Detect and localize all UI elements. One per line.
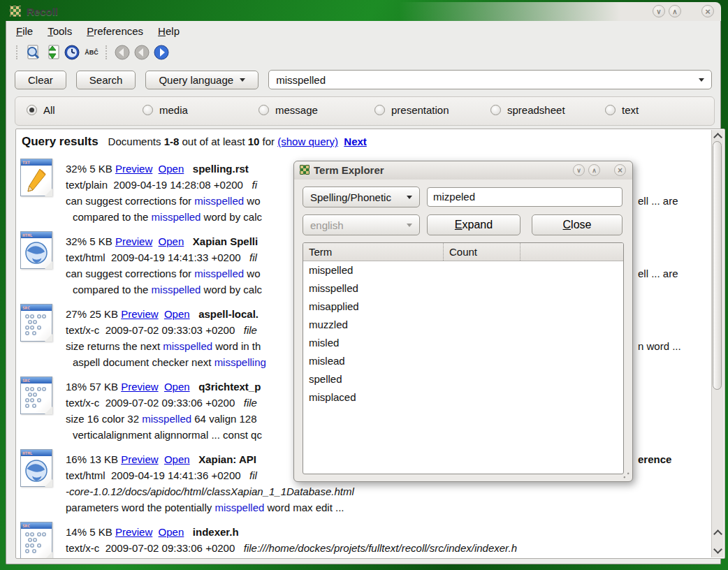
- result-head-line: 32% 5 KB Preview Open Xapian Spelli: [66, 233, 300, 249]
- main-titlebar[interactable]: Recoll ∨ ∧ ×: [6, 2, 721, 21]
- category-radio-media[interactable]: media: [143, 104, 188, 116]
- doc-type-badge: SRC: [21, 377, 52, 383]
- search-input-value: misspelled: [276, 74, 326, 86]
- term-row[interactable]: misapplied: [303, 298, 623, 316]
- open-link[interactable]: Open: [164, 308, 190, 320]
- scroll-up-icon-bottom[interactable]: [713, 527, 722, 538]
- text-segment: can suggest corrections for: [66, 268, 194, 279]
- clear-button[interactable]: Clear: [15, 71, 66, 89]
- menu-tools[interactable]: Tools: [48, 25, 72, 37]
- source-doc-icon[interactable]: SRC: [20, 304, 52, 342]
- close-icon[interactable]: ×: [614, 164, 626, 176]
- source-code-glyph: [24, 386, 49, 411]
- source-doc-icon[interactable]: SRC: [20, 522, 52, 559]
- term-explorer-titlebar[interactable]: Term Explorer ∨ ∧ ×: [294, 161, 632, 180]
- pencil-glyph: [25, 168, 48, 193]
- preview-link[interactable]: Preview: [115, 235, 152, 247]
- html-doc-icon[interactable]: HTML: [20, 449, 52, 487]
- open-link[interactable]: Open: [164, 381, 190, 393]
- menu-preferences[interactable]: Preferences: [87, 25, 143, 37]
- search-input[interactable]: misspelled: [268, 70, 712, 89]
- radio-icon[interactable]: [259, 105, 269, 115]
- scroll-up-icon[interactable]: [713, 130, 722, 141]
- source-doc-icon[interactable]: SRC: [20, 377, 52, 414]
- preview-link[interactable]: Preview: [121, 308, 158, 320]
- text-doc-icon[interactable]: TXT: [20, 159, 52, 196]
- term-row[interactable]: mislead: [303, 352, 623, 370]
- category-radio-message[interactable]: message: [259, 104, 318, 116]
- radio-icon[interactable]: [374, 105, 385, 115]
- column-count[interactable]: Count: [443, 243, 520, 261]
- text-segment: 64 valign 128: [191, 413, 256, 425]
- term-row[interactable]: misspelled: [303, 279, 623, 298]
- column-term[interactable]: Term: [303, 243, 443, 261]
- text-segment: text/x-c 2009-07-02 09:33:06 +0200: [66, 397, 244, 409]
- menu-bar: FileToolsPreferencesHelp: [6, 21, 180, 41]
- relevance-and-size: 32% 5 KB: [66, 235, 115, 247]
- doc-icon-body: [21, 238, 52, 268]
- result-head-line: 14% 5 KB Preview Open indexer.h: [66, 524, 709, 540]
- maximize-icon[interactable]: ∧: [669, 5, 681, 17]
- forward-arrow-glyph: [153, 44, 170, 61]
- category-radio-all[interactable]: All: [27, 104, 55, 116]
- doc-type-badge: SRC: [21, 305, 52, 311]
- language-dropdown: english: [303, 214, 420, 235]
- term-input[interactable]: mizpeled: [427, 187, 623, 207]
- maximize-icon[interactable]: ∧: [588, 164, 600, 176]
- menu-file[interactable]: File: [16, 25, 33, 37]
- resize-grip[interactable]: [623, 472, 629, 478]
- minimize-icon[interactable]: ∨: [653, 5, 665, 17]
- scrollbar-thumb[interactable]: [713, 141, 722, 390]
- term-table-header[interactable]: Term Count: [303, 243, 623, 261]
- radio-icon[interactable]: [490, 105, 501, 115]
- preview-link[interactable]: Preview: [115, 526, 152, 538]
- toolbar-handle[interactable]: [16, 45, 19, 59]
- term-row[interactable]: muzzled: [303, 316, 623, 334]
- term-explorer-icon[interactable]: ÅBĈ: [82, 43, 101, 62]
- document-history-icon[interactable]: [62, 43, 82, 62]
- query-language-dropdown[interactable]: Query language: [145, 71, 259, 89]
- result-snippet-line: verticalalignment alignnormal ... const …: [66, 427, 307, 443]
- preview-link[interactable]: Preview: [121, 381, 158, 393]
- preview-link[interactable]: Preview: [121, 453, 158, 465]
- query-details-icon[interactable]: [23, 43, 43, 62]
- open-link[interactable]: Open: [159, 526, 184, 538]
- expand-button[interactable]: Expand: [427, 214, 520, 235]
- search-button[interactable]: Search: [76, 71, 136, 89]
- result-snippet-line: parameters word the potentially misspell…: [66, 499, 709, 516]
- expansion-type-dropdown[interactable]: Spelling/Phonetic: [303, 187, 420, 207]
- preview-link[interactable]: Preview: [115, 163, 152, 175]
- result-snippet-line: compared to the misspelled word by calc: [66, 282, 307, 298]
- close-button[interactable]: Close: [532, 214, 623, 235]
- term-row[interactable]: mispelled: [303, 261, 623, 279]
- toolbar-handle-2[interactable]: [105, 45, 108, 59]
- text-segment: text/html 2009-04-19 14:41:33 +0200: [66, 251, 249, 263]
- category-radio-spreadsheet[interactable]: spreadsheet: [490, 104, 565, 116]
- open-link[interactable]: Open: [159, 235, 184, 247]
- next-page-icon[interactable]: [152, 43, 171, 62]
- radio-icon[interactable]: [143, 105, 153, 115]
- html-doc-icon[interactable]: HTML: [20, 231, 52, 269]
- relevance-and-size: 27% 25 KB: [66, 308, 121, 320]
- column-spacer: [520, 243, 623, 261]
- term-row[interactable]: spelled: [303, 370, 623, 388]
- next-link[interactable]: Next: [344, 136, 367, 147]
- open-link[interactable]: Open: [159, 163, 184, 175]
- radio-icon[interactable]: [27, 105, 37, 115]
- category-radio-text[interactable]: text: [605, 104, 639, 116]
- menu-help[interactable]: Help: [158, 25, 180, 37]
- open-link[interactable]: Open: [164, 453, 190, 465]
- close-icon[interactable]: ×: [701, 5, 714, 17]
- update-index-icon[interactable]: [43, 43, 62, 62]
- scroll-down-icon[interactable]: [713, 545, 722, 556]
- minimize-icon[interactable]: ∨: [573, 164, 585, 176]
- category-radio-presentation[interactable]: presentation: [374, 104, 449, 116]
- expand-label: Expand: [455, 219, 493, 231]
- results-scrollbar[interactable]: [711, 130, 724, 557]
- term-row[interactable]: misplaced: [303, 388, 623, 407]
- relevance-and-size: 18% 57 KB: [66, 381, 121, 393]
- show-query-link[interactable]: (show query): [277, 136, 338, 147]
- radio-icon[interactable]: [605, 105, 616, 115]
- text-segment: verticalalignment alignnormal ... const …: [73, 429, 262, 441]
- term-row[interactable]: misled: [303, 334, 623, 352]
